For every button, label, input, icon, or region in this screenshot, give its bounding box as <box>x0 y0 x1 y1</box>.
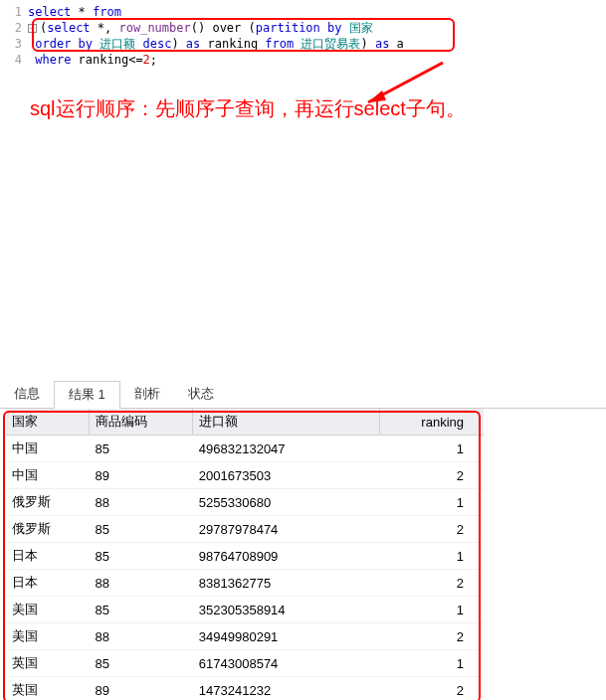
code-body[interactable]: select * from −(select *, row_number() o… <box>28 4 606 68</box>
cell-rank[interactable]: 1 <box>380 543 484 570</box>
cell-rank[interactable]: 1 <box>380 650 484 677</box>
cell-code[interactable]: 85 <box>89 650 192 677</box>
tab-status[interactable]: 状态 <box>174 381 228 408</box>
table-row[interactable]: 英国85617430085741 <box>6 650 484 677</box>
table-row[interactable]: 美国88349499802912 <box>6 623 484 650</box>
tab-result[interactable]: 结果 1 <box>54 381 120 409</box>
cell-amount[interactable]: 496832132047 <box>193 436 380 462</box>
cell-rank[interactable]: 1 <box>380 436 484 462</box>
cell-code[interactable]: 88 <box>89 489 192 516</box>
cell-code[interactable]: 85 <box>89 543 192 570</box>
cell-country[interactable]: 美国 <box>6 623 89 650</box>
tab-info[interactable]: 信息 <box>0 381 54 408</box>
cell-amount[interactable]: 61743008574 <box>193 650 380 677</box>
code-line-2: −(select *, row_number() over (partition… <box>28 20 606 36</box>
table-row[interactable]: 俄罗斯85297879784742 <box>6 516 484 543</box>
cell-rank[interactable]: 2 <box>380 623 484 650</box>
col-header-code[interactable]: 商品编码 <box>89 409 192 436</box>
annotation-text: sql运行顺序：先顺序子查询，再运行select子句。 <box>30 95 606 122</box>
cell-code[interactable]: 85 <box>89 597 192 623</box>
table-row[interactable]: 日本8883813627752 <box>6 570 484 597</box>
cell-amount[interactable]: 1473241232 <box>193 677 380 701</box>
cell-country[interactable]: 中国 <box>6 462 89 489</box>
result-table[interactable]: 国家 商品编码 进口额 ranking 中国854968321320471中国8… <box>6 409 484 700</box>
cell-country[interactable]: 俄罗斯 <box>6 489 89 516</box>
cell-amount[interactable]: 8381362775 <box>193 570 380 597</box>
cell-amount[interactable]: 2001673503 <box>193 462 380 489</box>
tab-profile[interactable]: 剖析 <box>120 381 174 408</box>
cell-amount[interactable]: 29787978474 <box>193 516 380 543</box>
code-line-4: where ranking<=2; <box>28 52 606 68</box>
cell-rank[interactable]: 2 <box>380 570 484 597</box>
result-panel: 国家 商品编码 进口额 ranking 中国854968321320471中国8… <box>0 409 606 700</box>
cell-code[interactable]: 89 <box>89 462 192 489</box>
cell-rank[interactable]: 2 <box>380 677 484 701</box>
cell-amount[interactable]: 352305358914 <box>193 597 380 623</box>
table-row[interactable]: 美国853523053589141 <box>6 597 484 623</box>
table-row[interactable]: 英国8914732412322 <box>6 677 484 701</box>
cell-rank[interactable]: 2 <box>380 462 484 489</box>
cell-code[interactable]: 88 <box>89 570 192 597</box>
code-line-1: select * from <box>28 4 606 20</box>
cell-code[interactable]: 85 <box>89 516 192 543</box>
table-row[interactable]: 日本85987647089091 <box>6 543 484 570</box>
table-row[interactable]: 中国8920016735032 <box>6 462 484 489</box>
cell-code[interactable]: 85 <box>89 436 192 462</box>
table-row[interactable]: 俄罗斯8852553306801 <box>6 489 484 516</box>
cell-rank[interactable]: 1 <box>380 597 484 623</box>
cell-rank[interactable]: 2 <box>380 516 484 543</box>
col-header-amount[interactable]: 进口额 <box>193 409 380 436</box>
cell-country[interactable]: 日本 <box>6 570 89 597</box>
cell-amount[interactable]: 98764708909 <box>193 543 380 570</box>
svg-marker-0 <box>368 90 386 102</box>
cell-rank[interactable]: 1 <box>380 489 484 516</box>
cell-amount[interactable]: 34949980291 <box>193 623 380 650</box>
table-row[interactable]: 中国854968321320471 <box>6 436 484 462</box>
table-header-row: 国家 商品编码 进口额 ranking <box>6 409 484 436</box>
fold-minus-icon[interactable]: − <box>28 24 37 33</box>
cell-country[interactable]: 英国 <box>6 650 89 677</box>
cell-code[interactable]: 89 <box>89 677 192 701</box>
cell-country[interactable]: 英国 <box>6 677 89 701</box>
cell-country[interactable]: 日本 <box>6 543 89 570</box>
code-line-3: order by 进口额 desc) as ranking from 进口贸易表… <box>28 36 606 52</box>
result-tabs: 信息 结果 1 剖析 状态 <box>0 381 606 409</box>
cell-country[interactable]: 中国 <box>6 436 89 462</box>
cell-code[interactable]: 88 <box>89 623 192 650</box>
cell-country[interactable]: 俄罗斯 <box>6 516 89 543</box>
arrow-icon <box>348 58 458 120</box>
col-header-country[interactable]: 国家 <box>6 409 89 436</box>
cell-country[interactable]: 美国 <box>6 597 89 623</box>
line-gutter: 1 2 3 4 <box>0 4 28 68</box>
col-header-rank[interactable]: ranking <box>380 409 484 436</box>
sql-editor-pane: 1 2 3 4 select * from −(select *, row_nu… <box>0 0 606 132</box>
cell-amount[interactable]: 5255330680 <box>193 489 380 516</box>
